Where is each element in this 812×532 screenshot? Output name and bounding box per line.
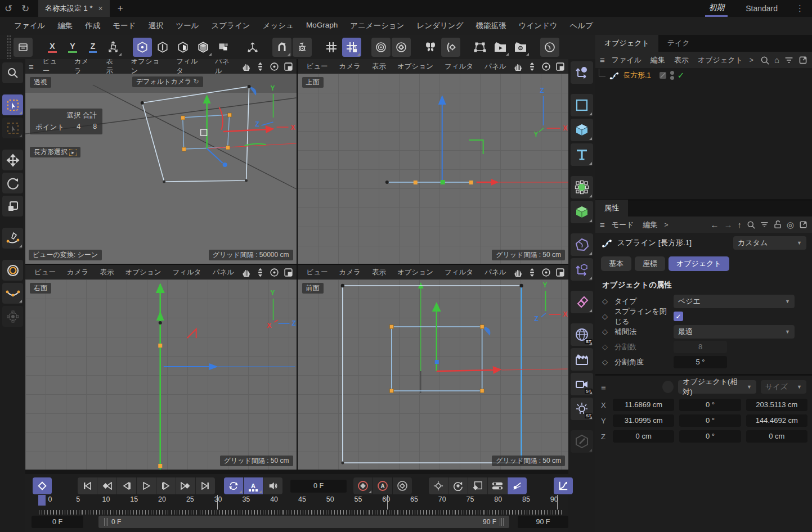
viewport-menu-item[interactable]: パネル bbox=[479, 60, 512, 74]
type-dropdown[interactable]: ベジエ▼ bbox=[674, 295, 795, 308]
position-y-field[interactable]: 31.0995 cm bbox=[613, 414, 674, 427]
lock-icon[interactable] bbox=[774, 220, 782, 229]
scale-tool[interactable] bbox=[2, 196, 23, 217]
interpolation-dropdown[interactable]: 最適▼ bbox=[674, 325, 795, 339]
material-button[interactable] bbox=[571, 430, 593, 453]
modify-axis-button[interactable] bbox=[243, 38, 262, 57]
key-rotation-button[interactable] bbox=[448, 477, 468, 494]
camera-object-button[interactable]: ST bbox=[571, 373, 593, 395]
text-object-button[interactable] bbox=[571, 143, 593, 166]
volume-mode-button[interactable] bbox=[214, 38, 233, 57]
size-y-field[interactable]: 144.4692 cm bbox=[746, 414, 807, 427]
right-canvas[interactable]: Y X Z 右面 グリッド間隔 : 50 cm bbox=[25, 279, 297, 470]
viewport-menu-item[interactable]: オプション bbox=[392, 265, 439, 279]
joint-tool[interactable] bbox=[2, 306, 23, 327]
circle-spline-tool[interactable] bbox=[2, 260, 23, 281]
object-manager-menu-item[interactable]: オブジェクト bbox=[693, 53, 747, 67]
viewport-menu-hamburger-icon[interactable]: ≡ bbox=[29, 62, 34, 71]
menu-item[interactable]: ヘルプ bbox=[564, 17, 599, 34]
quantize-toggle-button[interactable] bbox=[342, 38, 361, 57]
menu-item[interactable]: メッシュ bbox=[257, 17, 300, 34]
menu-item[interactable]: 編集 bbox=[51, 17, 79, 34]
model-mode-button[interactable] bbox=[194, 38, 213, 57]
keyframe-settings-button[interactable] bbox=[393, 477, 412, 494]
arc-spline-tool[interactable] bbox=[2, 283, 23, 304]
tab-basic[interactable]: 基本 bbox=[601, 256, 631, 271]
keyframe-diamond-icon[interactable]: ◇ bbox=[602, 327, 614, 336]
object-manager-menu-item[interactable]: 表示 bbox=[670, 53, 693, 67]
goto-start-button[interactable] bbox=[78, 477, 97, 494]
viewport-menu-item[interactable]: 表示 bbox=[94, 265, 119, 279]
range-start-field[interactable]: 0 F bbox=[32, 516, 83, 528]
dolly-icon[interactable] bbox=[527, 62, 537, 71]
redo-icon[interactable]: ↻ bbox=[17, 0, 34, 17]
rectangle-selection-tool[interactable] bbox=[2, 118, 23, 138]
enable-check-icon[interactable]: ✓ bbox=[678, 70, 685, 80]
play-button[interactable] bbox=[137, 477, 156, 494]
maximize-view-icon[interactable] bbox=[555, 268, 565, 277]
menu-item[interactable]: 機能拡張 bbox=[470, 17, 513, 34]
spline-primitive-button[interactable] bbox=[571, 94, 593, 116]
dolly-icon[interactable] bbox=[255, 268, 265, 277]
autokey-scope-button[interactable]: A bbox=[244, 477, 263, 494]
coordinate-hamburger-icon[interactable]: ≡ bbox=[601, 382, 606, 392]
sky-object-button[interactable]: ST bbox=[571, 323, 593, 346]
history-back-icon[interactable]: ← bbox=[710, 220, 719, 229]
spline-pen-tool[interactable] bbox=[2, 228, 23, 249]
timeline-ruler[interactable]: 051015202530354045505560657075808590 bbox=[43, 495, 561, 503]
key-pla-button[interactable] bbox=[508, 477, 527, 494]
popout-icon[interactable] bbox=[798, 56, 807, 65]
next-key-button[interactable] bbox=[176, 477, 195, 494]
light-object-button[interactable]: ST bbox=[571, 398, 593, 420]
menu-overflow-icon[interactable]: > bbox=[750, 56, 753, 64]
layer-chip-icon[interactable] bbox=[659, 71, 667, 79]
top-canvas[interactable]: Z X Y 上面 グリッド間隔 : 50 cm bbox=[298, 74, 569, 264]
angle-field[interactable]: 5 ° bbox=[674, 356, 727, 368]
orbit-icon[interactable] bbox=[541, 268, 551, 277]
menu-item[interactable]: モード bbox=[106, 17, 142, 34]
menu-item[interactable]: アニメーション bbox=[344, 17, 410, 34]
more-options-icon[interactable]: ⋮ bbox=[796, 3, 804, 13]
keyframe-diamond-icon[interactable]: ◇ bbox=[602, 297, 614, 305]
keyframe-diamond-icon[interactable]: ◇ bbox=[602, 312, 614, 321]
viewport-menu-item[interactable]: 表示 bbox=[366, 265, 392, 279]
next-frame-button[interactable] bbox=[156, 477, 176, 494]
pan-hand-icon[interactable] bbox=[513, 62, 523, 71]
rotate-tool[interactable] bbox=[2, 173, 23, 193]
document-tab[interactable]: 名称未設定 1 * × bbox=[38, 0, 110, 17]
layout-tab-standard[interactable]: Standard bbox=[742, 2, 781, 15]
orbit-icon[interactable] bbox=[541, 62, 551, 71]
filter-icon[interactable] bbox=[784, 56, 793, 64]
viewport-menu-item[interactable]: オプション bbox=[119, 265, 167, 279]
position-x-field[interactable]: 11.6869 cm bbox=[613, 399, 674, 411]
search-icon[interactable] bbox=[760, 56, 769, 65]
range-right-handle[interactable] bbox=[500, 518, 504, 526]
undo-icon[interactable]: ↺ bbox=[0, 0, 17, 17]
tab-object[interactable]: オブジェクト bbox=[669, 256, 729, 271]
keyframe-mode-button[interactable] bbox=[33, 477, 52, 494]
render-view-button[interactable] bbox=[491, 38, 510, 57]
menu-overflow-icon[interactable]: > bbox=[664, 221, 668, 229]
object-manager-hamburger-icon[interactable]: ≡ bbox=[600, 55, 605, 65]
viewport-menu-item[interactable]: 表示 bbox=[366, 60, 392, 74]
new-document-button[interactable]: + bbox=[118, 3, 123, 14]
object-name[interactable]: 長方形.1 bbox=[623, 70, 651, 80]
coordinate-mode-dropdown[interactable]: オブジェクト(相対)▼ bbox=[678, 380, 756, 394]
object-row-rectangle[interactable]: 長方形.1 ✓ bbox=[595, 68, 812, 83]
rotation-z-field[interactable]: 0 ° bbox=[679, 430, 741, 443]
parent-object-icon[interactable]: ↑ bbox=[737, 220, 742, 229]
file-new-button[interactable] bbox=[14, 38, 33, 57]
previous-frame-button[interactable] bbox=[117, 477, 136, 494]
size-z-field[interactable]: 0 cm bbox=[746, 430, 807, 443]
orbit-icon[interactable] bbox=[270, 62, 279, 71]
camera-label[interactable]: デフォルトカメラ ↻ bbox=[132, 76, 203, 87]
snap-settings-button[interactable] bbox=[293, 38, 312, 57]
lock-y-axis-button[interactable]: Y bbox=[63, 38, 82, 57]
symmetry-button[interactable] bbox=[421, 38, 440, 57]
coordinate-system-button[interactable] bbox=[104, 38, 123, 57]
object-tree[interactable]: 長方形.1 ✓ bbox=[595, 68, 812, 199]
attribute-menu-item[interactable]: モード bbox=[607, 218, 639, 232]
previous-key-button[interactable] bbox=[97, 477, 116, 494]
preset-dropdown[interactable]: カスタム▼ bbox=[733, 236, 806, 250]
camera-loop-icon[interactable]: ↻ bbox=[194, 78, 199, 85]
